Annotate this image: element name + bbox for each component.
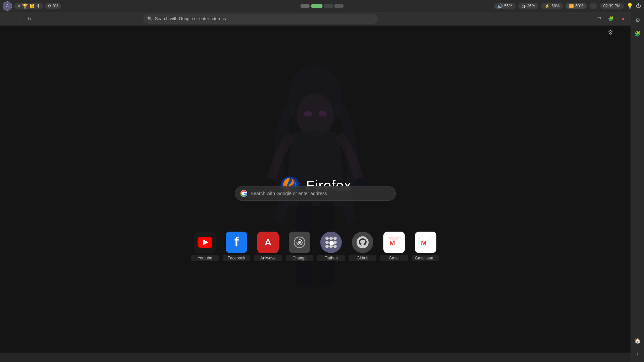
shortcut-chatgpt[interactable]: Chatgpt (286, 232, 313, 261)
taskbar-right: 🔊 55% ◑ 26% ⚡ 68% 📶 60% · 02:39 PM 💡 ⏻ (494, 3, 641, 9)
aniwave-icon: A (257, 232, 279, 253)
extensions-button[interactable]: 🧩 (606, 14, 616, 23)
power-icon: ⚡ (544, 3, 550, 9)
browser-toolbar: ← → ↻ 🔍 Search with Google or enter addr… (0, 12, 644, 25)
clock-time: 02:39 PM (603, 4, 621, 8)
shortcut-facebook[interactable]: f Facebook (223, 232, 250, 261)
browser-window: ← → ↻ 🔍 Search with Google or enter addr… (0, 12, 644, 362)
right-sidebar: ⚙ 🧩 🏠 ＋ (631, 12, 644, 362)
chatgpt-icon (289, 232, 310, 253)
progress-bars (301, 4, 344, 8)
settings-pct: 8% (53, 4, 58, 8)
newtab-settings-button[interactable]: ⚙ (608, 29, 613, 36)
taskbar-icon-3[interactable]: 🐱 (29, 3, 35, 9)
clock: 02:39 PM (600, 3, 624, 9)
newtab-page: ⚙ (0, 25, 631, 353)
avatar-label: A (6, 4, 9, 8)
progress-seg-3 (324, 4, 333, 8)
svg-text:M: M (389, 239, 395, 247)
progress-seg-1 (301, 4, 310, 8)
power-chip[interactable]: ⚡ 68% (541, 3, 563, 9)
sidebar-extensions-button[interactable]: 🧩 (632, 28, 643, 39)
avatar-button[interactable]: A (3, 1, 12, 11)
taskbar-icon-1[interactable]: ✕ (17, 3, 21, 9)
github-label: Github (349, 255, 376, 261)
gmail2-icon-wrapper: M (415, 232, 436, 253)
cpu-chip[interactable]: ◑ 26% (518, 3, 538, 9)
address-text: Search with Google or enter address (155, 16, 374, 21)
search-icon: 🔍 (147, 16, 152, 21)
facebook-icon: f (226, 232, 247, 253)
taskbar-icon-2[interactable]: 🏆 (22, 3, 28, 9)
taskbar-icon-4[interactable]: ⬇ (36, 3, 40, 9)
flathub-label: Flathub (317, 255, 345, 261)
taskbar: A ✕ 🏆 🐱 ⬇ ⚙ 8% 🔊 55% ◑ 26% ⚡ (0, 0, 644, 12)
svg-point-10 (298, 241, 301, 244)
youtube-label: Youtube (191, 255, 219, 261)
gmail2-envelope: M (418, 237, 433, 248)
gmail-label: Gmail (380, 255, 408, 261)
newtab-search-placeholder: Search with Google or enter address (251, 191, 390, 196)
wifi-pct: 60% (575, 4, 583, 8)
chatgpt-label: Chatgpt (286, 255, 313, 261)
gmail-icon-wrapper: M (383, 232, 405, 253)
aniwave-label: Aniwave (254, 255, 282, 261)
taskbar-util: 💡 ⏻ (627, 3, 641, 9)
sidebar-settings-button[interactable]: ⚙ (632, 15, 643, 25)
github-octocat (356, 236, 369, 249)
chatgpt-swirl (293, 236, 306, 248)
shortcut-aniwave[interactable]: A Aniwave (254, 232, 282, 261)
settings-chip[interactable]: ⚙ 8% (45, 3, 61, 9)
power-pct: 68% (551, 4, 559, 8)
newtab-search-area: Search with Google or enter address (235, 186, 396, 201)
sidebar-add-button[interactable]: ＋ (632, 349, 643, 359)
close-tab-button[interactable]: ● (619, 14, 628, 23)
taskbar-center (301, 4, 344, 8)
gmail-envelope: M (387, 237, 401, 248)
shortcut-github[interactable]: Github (349, 232, 376, 261)
volume-icon: 🔊 (497, 3, 503, 9)
notification-dot: · (593, 4, 594, 8)
aniwave-icon-wrapper: A (257, 232, 279, 253)
back-button[interactable]: ← (4, 15, 12, 23)
power-menu-icon[interactable]: ⏻ (636, 3, 641, 9)
youtube-icon (198, 237, 212, 248)
forward-button[interactable]: → (15, 15, 23, 23)
volume-pct: 55% (504, 4, 512, 8)
reload-button[interactable]: ↻ (25, 15, 34, 23)
taskbar-left: A ✕ 🏆 🐱 ⬇ ⚙ 8% (3, 1, 61, 11)
shortcuts-row: Youtube f Facebook A Aniwave (191, 232, 439, 261)
shortcut-youtube[interactable]: Youtube (191, 232, 219, 261)
cpu-pct: 26% (527, 4, 535, 8)
sidebar-home-button[interactable]: 🏠 (632, 335, 643, 346)
address-bar[interactable]: 🔍 Search with Google or enter address (143, 14, 378, 24)
wifi-icon: 📶 (569, 4, 574, 8)
github-icon (352, 232, 373, 253)
youtube-play-triangle (203, 239, 208, 245)
shortcut-gmail[interactable]: M Gmail (380, 232, 408, 261)
facebook-label: Facebook (223, 255, 250, 261)
github-icon-wrapper (352, 232, 373, 253)
bottom-panel (0, 353, 631, 362)
wifi-chip[interactable]: 📶 60% (566, 3, 587, 9)
shield-button[interactable]: 🛡 (594, 14, 604, 23)
gmail2-label: Gmail-san... (412, 255, 439, 261)
cpu-icon: ◑ (522, 3, 526, 9)
brightness-icon[interactable]: 💡 (627, 3, 633, 9)
chatgpt-icon-wrapper (289, 232, 310, 253)
youtube-icon-wrapper (194, 232, 216, 253)
settings-icon: ⚙ (48, 4, 51, 8)
newtab-search-bar[interactable]: Search with Google or enter address (235, 186, 396, 201)
progress-seg-2 (311, 4, 323, 8)
gmail-icon: M (383, 232, 405, 253)
notification-chip[interactable]: · (589, 3, 597, 9)
shortcut-flathub[interactable]: Flathub (317, 232, 345, 261)
volume-chip[interactable]: 🔊 55% (494, 3, 516, 9)
facebook-icon-wrapper: f (226, 232, 247, 253)
progress-seg-4 (334, 4, 344, 8)
flathub-icon (325, 237, 337, 248)
flathub-icon-wrapper (320, 232, 342, 253)
svg-text:M: M (421, 239, 427, 247)
taskbar-icon-group[interactable]: ✕ 🏆 🐱 ⬇ (14, 3, 43, 9)
shortcut-gmail2[interactable]: M Gmail-san... (412, 232, 439, 261)
